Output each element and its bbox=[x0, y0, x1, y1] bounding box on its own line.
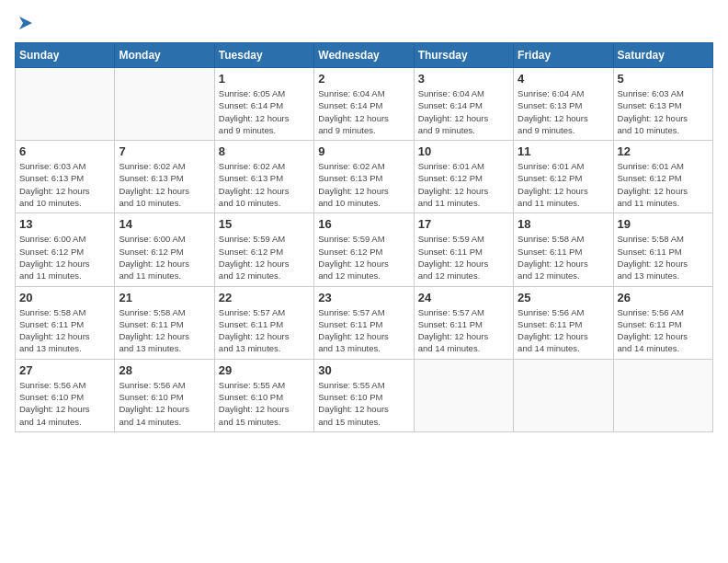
calendar-cell: 29Sunrise: 5:55 AM Sunset: 6:10 PM Dayli… bbox=[214, 359, 313, 431]
day-number: 9 bbox=[318, 144, 409, 158]
day-info: Sunrise: 5:58 AM Sunset: 6:11 PM Dayligh… bbox=[19, 306, 110, 355]
calendar-cell: 28Sunrise: 5:56 AM Sunset: 6:10 PM Dayli… bbox=[115, 359, 214, 431]
day-info: Sunrise: 5:56 AM Sunset: 6:11 PM Dayligh… bbox=[518, 306, 609, 355]
calendar-cell bbox=[514, 359, 613, 431]
weekday-header-monday: Monday bbox=[115, 43, 214, 68]
calendar-cell: 13Sunrise: 6:00 AM Sunset: 6:12 PM Dayli… bbox=[16, 213, 115, 286]
day-info: Sunrise: 5:59 AM Sunset: 6:11 PM Dayligh… bbox=[418, 233, 509, 282]
day-number: 2 bbox=[318, 72, 409, 86]
calendar-cell: 20Sunrise: 5:58 AM Sunset: 6:11 PM Dayli… bbox=[16, 286, 115, 359]
header bbox=[15, 15, 713, 33]
day-number: 4 bbox=[518, 72, 609, 86]
day-number: 25 bbox=[518, 291, 609, 304]
day-number: 10 bbox=[418, 144, 509, 158]
day-number: 3 bbox=[418, 72, 509, 86]
calendar-cell: 4Sunrise: 6:04 AM Sunset: 6:13 PM Daylig… bbox=[514, 68, 613, 141]
week-row-4: 20Sunrise: 5:58 AM Sunset: 6:11 PM Dayli… bbox=[16, 286, 713, 359]
calendar-cell bbox=[414, 359, 513, 431]
day-info: Sunrise: 6:04 AM Sunset: 6:13 PM Dayligh… bbox=[518, 87, 609, 136]
day-info: Sunrise: 6:05 AM Sunset: 6:14 PM Dayligh… bbox=[219, 87, 310, 136]
day-number: 1 bbox=[219, 72, 310, 86]
week-row-2: 6Sunrise: 6:03 AM Sunset: 6:13 PM Daylig… bbox=[16, 141, 713, 213]
day-number: 18 bbox=[518, 217, 609, 231]
day-info: Sunrise: 5:58 AM Sunset: 6:11 PM Dayligh… bbox=[518, 233, 609, 282]
weekday-header-sunday: Sunday bbox=[16, 43, 115, 68]
day-number: 30 bbox=[318, 363, 409, 377]
day-number: 5 bbox=[618, 72, 709, 86]
day-info: Sunrise: 5:57 AM Sunset: 6:11 PM Dayligh… bbox=[418, 306, 509, 355]
calendar-cell: 3Sunrise: 6:04 AM Sunset: 6:14 PM Daylig… bbox=[414, 68, 513, 141]
day-info: Sunrise: 5:55 AM Sunset: 6:10 PM Dayligh… bbox=[219, 379, 310, 428]
logo bbox=[15, 15, 36, 33]
calendar-cell: 2Sunrise: 6:04 AM Sunset: 6:14 PM Daylig… bbox=[314, 68, 414, 141]
day-info: Sunrise: 6:01 AM Sunset: 6:12 PM Dayligh… bbox=[418, 160, 509, 209]
weekday-header-saturday: Saturday bbox=[613, 43, 712, 68]
day-info: Sunrise: 6:01 AM Sunset: 6:12 PM Dayligh… bbox=[518, 160, 609, 209]
calendar-cell: 17Sunrise: 5:59 AM Sunset: 6:11 PM Dayli… bbox=[414, 213, 513, 286]
day-number: 16 bbox=[318, 217, 409, 231]
calendar-cell: 6Sunrise: 6:03 AM Sunset: 6:13 PM Daylig… bbox=[16, 141, 115, 213]
calendar-cell: 24Sunrise: 5:57 AM Sunset: 6:11 PM Dayli… bbox=[414, 286, 513, 359]
calendar-cell: 1Sunrise: 6:05 AM Sunset: 6:14 PM Daylig… bbox=[214, 68, 313, 141]
calendar-cell: 7Sunrise: 6:02 AM Sunset: 6:13 PM Daylig… bbox=[115, 141, 214, 213]
calendar-cell: 16Sunrise: 5:59 AM Sunset: 6:12 PM Dayli… bbox=[314, 213, 414, 286]
day-number: 19 bbox=[618, 217, 709, 231]
weekday-header-friday: Friday bbox=[514, 43, 613, 68]
calendar-cell: 27Sunrise: 5:56 AM Sunset: 6:10 PM Dayli… bbox=[16, 359, 115, 431]
day-number: 12 bbox=[618, 144, 709, 158]
calendar-cell: 5Sunrise: 6:03 AM Sunset: 6:13 PM Daylig… bbox=[613, 68, 712, 141]
calendar-cell: 30Sunrise: 5:55 AM Sunset: 6:10 PM Dayli… bbox=[314, 359, 414, 431]
calendar-cell: 9Sunrise: 6:02 AM Sunset: 6:13 PM Daylig… bbox=[314, 141, 414, 213]
day-number: 6 bbox=[19, 144, 110, 158]
day-info: Sunrise: 6:03 AM Sunset: 6:13 PM Dayligh… bbox=[618, 87, 709, 136]
calendar-cell: 15Sunrise: 5:59 AM Sunset: 6:12 PM Dayli… bbox=[214, 213, 313, 286]
calendar-cell: 11Sunrise: 6:01 AM Sunset: 6:12 PM Dayli… bbox=[514, 141, 613, 213]
calendar-cell: 22Sunrise: 5:57 AM Sunset: 6:11 PM Dayli… bbox=[214, 286, 313, 359]
calendar-cell: 12Sunrise: 6:01 AM Sunset: 6:12 PM Dayli… bbox=[613, 141, 712, 213]
day-number: 21 bbox=[119, 291, 210, 304]
calendar: SundayMondayTuesdayWednesdayThursdayFrid… bbox=[15, 42, 713, 432]
day-number: 23 bbox=[318, 291, 409, 304]
day-number: 22 bbox=[219, 291, 310, 304]
calendar-cell: 19Sunrise: 5:58 AM Sunset: 6:11 PM Dayli… bbox=[613, 213, 712, 286]
day-number: 8 bbox=[219, 144, 310, 158]
day-info: Sunrise: 5:59 AM Sunset: 6:12 PM Dayligh… bbox=[219, 233, 310, 282]
calendar-cell bbox=[16, 68, 115, 141]
weekday-header-wednesday: Wednesday bbox=[314, 43, 414, 68]
weekday-header-row: SundayMondayTuesdayWednesdayThursdayFrid… bbox=[16, 43, 713, 68]
day-number: 24 bbox=[418, 291, 509, 304]
day-info: Sunrise: 6:01 AM Sunset: 6:12 PM Dayligh… bbox=[618, 160, 709, 209]
day-number: 14 bbox=[119, 217, 210, 231]
weekday-header-thursday: Thursday bbox=[414, 43, 513, 68]
day-info: Sunrise: 5:57 AM Sunset: 6:11 PM Dayligh… bbox=[219, 306, 310, 355]
calendar-cell: 26Sunrise: 5:56 AM Sunset: 6:11 PM Dayli… bbox=[613, 286, 712, 359]
day-info: Sunrise: 6:04 AM Sunset: 6:14 PM Dayligh… bbox=[318, 87, 409, 136]
calendar-cell: 23Sunrise: 5:57 AM Sunset: 6:11 PM Dayli… bbox=[314, 286, 414, 359]
day-info: Sunrise: 5:55 AM Sunset: 6:10 PM Dayligh… bbox=[318, 379, 409, 428]
day-number: 13 bbox=[19, 217, 110, 231]
calendar-cell: 25Sunrise: 5:56 AM Sunset: 6:11 PM Dayli… bbox=[514, 286, 613, 359]
week-row-1: 1Sunrise: 6:05 AM Sunset: 6:14 PM Daylig… bbox=[16, 68, 713, 141]
svg-marker-0 bbox=[19, 17, 32, 29]
day-info: Sunrise: 6:04 AM Sunset: 6:14 PM Dayligh… bbox=[418, 87, 509, 136]
calendar-cell: 18Sunrise: 5:58 AM Sunset: 6:11 PM Dayli… bbox=[514, 213, 613, 286]
week-row-3: 13Sunrise: 6:00 AM Sunset: 6:12 PM Dayli… bbox=[16, 213, 713, 286]
day-number: 20 bbox=[19, 291, 110, 304]
day-info: Sunrise: 6:00 AM Sunset: 6:12 PM Dayligh… bbox=[19, 233, 110, 282]
calendar-cell bbox=[115, 68, 214, 141]
day-number: 29 bbox=[219, 363, 310, 377]
day-number: 26 bbox=[618, 291, 709, 304]
weekday-header-tuesday: Tuesday bbox=[214, 43, 313, 68]
calendar-cell: 14Sunrise: 6:00 AM Sunset: 6:12 PM Dayli… bbox=[115, 213, 214, 286]
day-info: Sunrise: 6:00 AM Sunset: 6:12 PM Dayligh… bbox=[119, 233, 210, 282]
day-info: Sunrise: 5:58 AM Sunset: 6:11 PM Dayligh… bbox=[119, 306, 210, 355]
day-info: Sunrise: 6:02 AM Sunset: 6:13 PM Dayligh… bbox=[318, 160, 409, 209]
day-number: 15 bbox=[219, 217, 310, 231]
day-number: 17 bbox=[418, 217, 509, 231]
calendar-cell bbox=[613, 359, 712, 431]
calendar-cell: 21Sunrise: 5:58 AM Sunset: 6:11 PM Dayli… bbox=[115, 286, 214, 359]
day-number: 11 bbox=[518, 144, 609, 158]
day-info: Sunrise: 6:02 AM Sunset: 6:13 PM Dayligh… bbox=[119, 160, 210, 209]
logo-icon bbox=[16, 13, 36, 33]
day-info: Sunrise: 5:56 AM Sunset: 6:11 PM Dayligh… bbox=[618, 306, 709, 355]
